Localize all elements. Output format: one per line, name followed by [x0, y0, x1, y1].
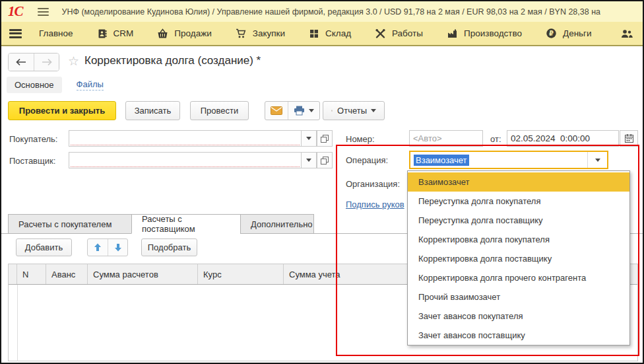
reports-dropdown-caret [371, 109, 376, 112]
users-icon [620, 28, 633, 39]
tab-main[interactable]: Основное [7, 77, 62, 93]
reports-icon [331, 106, 333, 116]
buyer-dropdown-button[interactable] [301, 130, 317, 147]
operation-value: Взаимозачет [414, 155, 469, 166]
column-header-advance[interactable]: Аванс [46, 264, 88, 284]
supplier-field[interactable] [69, 152, 302, 168]
menu-item-sales[interactable]: Продажи [157, 28, 211, 39]
calendar-icon [625, 134, 633, 143]
buyer-open-button[interactable] [317, 130, 333, 147]
dropdown-item[interactable]: Прочий взаимозачет [408, 287, 629, 307]
production-factory-icon [447, 28, 458, 39]
save-button[interactable]: Записать [125, 101, 180, 120]
number-input[interactable] [410, 131, 482, 146]
title-bar: 1С УНФ (моделирование Кудинова Юлия) / У… [1, 1, 643, 22]
svg-text:₽: ₽ [549, 30, 554, 37]
tab-buyer-settlements[interactable]: Расчеты с покупателем [8, 214, 132, 234]
gutter-separator [17, 285, 18, 361]
forward-button[interactable] [34, 54, 59, 71]
menu-item-label: Производство [464, 28, 522, 38]
dropdown-item[interactable]: Переуступка долга покупателя [408, 192, 629, 211]
supplier-open-button[interactable] [317, 152, 333, 168]
menu-item-purchases[interactable]: Закупки [236, 28, 285, 39]
column-header-settlement-sum[interactable]: Сумма расчетов [88, 264, 198, 284]
menu-item-users[interactable] [620, 28, 633, 39]
1c-logo-icon: 1С [8, 3, 23, 20]
mail-print-group [265, 101, 320, 120]
menu-item-works[interactable]: Работы [375, 28, 423, 39]
required-underline [71, 145, 300, 145]
app-title: УНФ (моделирование Кудинова Юлия) / Упра… [62, 7, 600, 17]
menu-item-label: Главное [39, 28, 73, 38]
warehouse-icon [309, 28, 319, 39]
sections-panel: Главное CRM Продажи Закупки Склад Работы… [1, 22, 643, 46]
arrow-down-icon [114, 243, 122, 252]
back-arrow-icon [16, 58, 26, 66]
sales-basket-icon [157, 28, 168, 39]
date-field[interactable] [507, 130, 619, 147]
operation-dropdown-list: Взаимозачет Переуступка долга покупателя… [407, 170, 630, 346]
print-dropdown-caret [309, 109, 314, 112]
dropdown-item[interactable]: Корректировка долга покупателя [408, 230, 629, 249]
supplier-dropdown-button[interactable] [301, 152, 317, 168]
date-input[interactable] [507, 131, 618, 146]
required-underline [71, 166, 300, 167]
add-row-button[interactable]: Добавить [16, 238, 72, 256]
dropdown-item[interactable]: Зачет авансов поставщику [408, 326, 629, 345]
money-ruble-icon: ₽ [546, 28, 557, 39]
buyer-label: Покупатель: [9, 134, 57, 144]
post-and-close-button[interactable]: Провести и закрыть [8, 101, 116, 120]
arrow-up-icon [94, 243, 102, 252]
buyer-field[interactable] [69, 130, 302, 147]
date-label: от: [490, 134, 501, 144]
page-title: Корректировка долга (создание) * [84, 54, 261, 67]
back-button[interactable] [9, 54, 34, 71]
dropdown-item[interactable]: Взаимозачет [408, 172, 629, 192]
menu-item-label: Деньги [563, 28, 592, 38]
operation-combobox[interactable]: Взаимозачет [409, 151, 608, 169]
print-button[interactable] [288, 102, 319, 120]
dropdown-item[interactable]: Корректировка долга поставщику [408, 249, 629, 268]
menu-item-production[interactable]: Производство [447, 28, 522, 39]
move-up-button[interactable] [88, 239, 108, 256]
menu-item-label: Работы [392, 28, 423, 38]
dropdown-item[interactable]: Корректировка долга прочего контрагента [408, 268, 629, 287]
menu-item-warehouse[interactable]: Склад [309, 28, 351, 39]
forward-arrow-icon [42, 58, 52, 66]
menu-item-main[interactable]: Главное [39, 28, 73, 38]
menu-item-label: CRM [113, 28, 134, 38]
menu-item-money[interactable]: ₽ Деньги [546, 28, 592, 39]
operation-label: Операция: [346, 155, 388, 165]
organization-label: Организация: [346, 179, 400, 189]
reports-button[interactable]: Отчеты [323, 101, 385, 120]
menu-item-label: Продажи [174, 28, 211, 38]
crm-icon [97, 28, 108, 39]
operation-dropdown-button[interactable] [587, 152, 607, 168]
tab-supplier-settlements[interactable]: Расчеты с поставщиком [131, 214, 241, 234]
signature-link[interactable]: Подпись руков [346, 200, 404, 209]
dropdown-item[interactable]: Переуступка долга поставщику [408, 211, 629, 230]
menu-item-crm[interactable]: CRM [97, 28, 134, 39]
calendar-button[interactable] [620, 130, 638, 147]
mail-button[interactable] [265, 102, 288, 120]
dropdown-item[interactable]: Зачет авансов покупателя [408, 307, 629, 326]
tab-files[interactable]: Файлы [77, 79, 104, 91]
post-button[interactable]: Провести [190, 101, 249, 120]
pick-button[interactable]: Подобрать [141, 238, 197, 256]
number-field[interactable] [409, 130, 483, 147]
section-tabs: Основное Файлы [7, 76, 104, 94]
purchases-cart-icon [236, 28, 247, 39]
reports-label: Отчеты [337, 106, 367, 116]
works-tools-icon [375, 28, 386, 39]
column-header-rate[interactable]: Курс [198, 264, 284, 284]
column-header-n[interactable]: N [17, 264, 46, 284]
print-icon [294, 106, 305, 116]
supplier-input[interactable] [69, 153, 301, 168]
main-menu-icon[interactable] [38, 8, 49, 16]
move-down-button[interactable] [108, 239, 127, 256]
tab-additional[interactable]: Дополнительно [240, 214, 314, 234]
number-label: Номер: [346, 134, 375, 144]
buyer-input[interactable] [69, 131, 301, 146]
favorite-star-icon[interactable]: ☆ [68, 54, 79, 69]
sections-menu-icon[interactable] [9, 29, 22, 38]
